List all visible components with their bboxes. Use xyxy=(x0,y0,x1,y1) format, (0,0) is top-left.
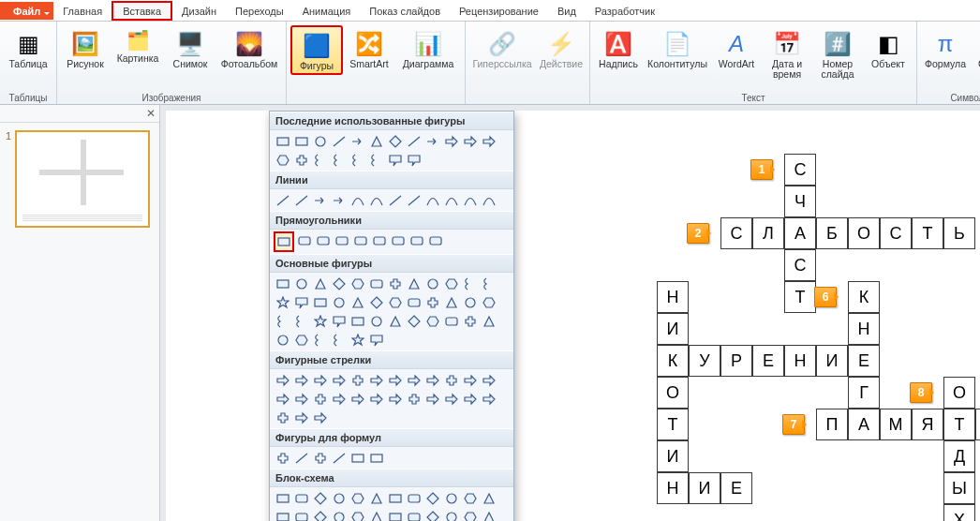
shape-option[interactable] xyxy=(330,151,348,169)
shape-option[interactable] xyxy=(349,449,366,467)
shape-option[interactable] xyxy=(349,293,366,311)
shape-option[interactable] xyxy=(311,191,329,209)
shape-option[interactable] xyxy=(405,132,423,150)
shape-option[interactable] xyxy=(330,293,348,311)
shape-option[interactable] xyxy=(426,231,444,249)
shape-option[interactable] xyxy=(314,231,332,249)
shape-option[interactable] xyxy=(423,132,441,150)
shape-option[interactable] xyxy=(311,331,329,349)
shape-option[interactable] xyxy=(274,371,291,389)
symbol-button[interactable]: Ω Символ xyxy=(972,25,980,71)
tab-home[interactable]: Главная xyxy=(53,3,111,19)
tab-animation[interactable]: Анимация xyxy=(293,3,361,19)
shape-option[interactable] xyxy=(461,312,479,330)
shape-option[interactable] xyxy=(386,275,404,292)
shape-option[interactable] xyxy=(330,489,348,507)
shape-option[interactable] xyxy=(386,371,404,389)
shape-option[interactable] xyxy=(461,191,479,209)
shape-option[interactable] xyxy=(292,293,310,311)
shape-option[interactable] xyxy=(292,151,310,169)
shape-option[interactable] xyxy=(367,390,385,408)
shape-option[interactable] xyxy=(367,312,385,330)
shape-option[interactable] xyxy=(423,293,441,311)
shape-option[interactable] xyxy=(311,132,329,150)
shape-option[interactable] xyxy=(423,191,441,209)
shape-option[interactable] xyxy=(274,409,291,426)
shape-option[interactable] xyxy=(292,409,310,426)
shape-option[interactable] xyxy=(442,132,460,150)
shape-option[interactable] xyxy=(292,191,310,209)
tab-developer[interactable]: Разработчик xyxy=(586,3,664,19)
shape-option[interactable] xyxy=(274,331,291,349)
shape-option[interactable] xyxy=(442,191,460,209)
tab-design[interactable]: Дизайн xyxy=(172,3,226,19)
shape-option[interactable] xyxy=(349,151,366,169)
shape-option[interactable] xyxy=(442,275,460,292)
shape-option[interactable] xyxy=(405,293,423,311)
shape-option[interactable] xyxy=(480,293,497,311)
shape-option[interactable] xyxy=(311,371,329,389)
shape-option[interactable] xyxy=(389,231,407,249)
shape-option[interactable] xyxy=(292,390,310,408)
shape-option[interactable] xyxy=(295,231,313,249)
datetime-button[interactable]: 📅 Дата и время xyxy=(763,25,811,82)
shape-option[interactable] xyxy=(330,449,348,467)
headerfooter-button[interactable]: 📄 Колонтитулы xyxy=(645,25,710,71)
shape-option[interactable] xyxy=(274,508,291,521)
shape-option[interactable] xyxy=(405,390,423,408)
shape-option[interactable] xyxy=(274,489,291,507)
slidenum-button[interactable]: #️⃣ Номер слайда xyxy=(813,25,862,82)
shape-option[interactable] xyxy=(480,508,497,521)
photoalbum-button[interactable]: 🌄 Фотоальбом xyxy=(216,25,282,71)
shape-option[interactable] xyxy=(349,508,366,521)
shape-option[interactable] xyxy=(311,293,329,311)
shape-option[interactable] xyxy=(311,449,329,467)
table-button[interactable]: ▦ Таблица xyxy=(4,25,52,71)
shape-option[interactable] xyxy=(423,371,441,389)
shape-option[interactable] xyxy=(311,508,329,521)
tab-view[interactable]: Вид xyxy=(548,3,586,19)
chart-button[interactable]: 📊 Диаграмма xyxy=(395,25,461,71)
shape-option[interactable] xyxy=(349,331,366,349)
shape-option[interactable] xyxy=(442,371,460,389)
shape-option[interactable] xyxy=(386,132,404,150)
shape-option[interactable] xyxy=(274,449,291,467)
shape-option[interactable] xyxy=(274,132,291,150)
shape-option[interactable] xyxy=(442,508,460,521)
shape-option[interactable] xyxy=(405,508,423,521)
shape-option[interactable] xyxy=(330,390,348,408)
object-button[interactable]: ◧ Объект xyxy=(864,25,913,71)
shape-option[interactable] xyxy=(370,231,388,249)
shape-option[interactable] xyxy=(349,390,366,408)
shape-option[interactable] xyxy=(386,508,404,521)
shape-option[interactable] xyxy=(405,151,423,169)
screenshot-button[interactable]: 🖥️ Снимок xyxy=(166,25,215,71)
shape-option[interactable] xyxy=(330,275,348,292)
shape-option[interactable] xyxy=(461,390,479,408)
shape-option[interactable] xyxy=(292,449,310,467)
shape-option[interactable] xyxy=(349,489,366,507)
shape-option[interactable] xyxy=(386,293,404,311)
shape-option[interactable] xyxy=(311,151,329,169)
shape-option[interactable] xyxy=(292,331,310,349)
shape-option[interactable] xyxy=(349,371,366,389)
shape-option[interactable] xyxy=(292,312,310,330)
shape-option[interactable] xyxy=(311,489,329,507)
shape-option[interactable] xyxy=(311,312,329,330)
shape-option[interactable] xyxy=(274,275,291,292)
shapes-button[interactable]: 🟦 Фигуры xyxy=(290,25,343,75)
shape-option[interactable] xyxy=(461,293,479,311)
wordart-button[interactable]: A WordArt xyxy=(712,25,761,71)
shape-option[interactable] xyxy=(480,371,497,389)
shape-option[interactable] xyxy=(330,331,348,349)
shape-option[interactable] xyxy=(367,275,385,292)
shape-option[interactable] xyxy=(349,132,366,150)
shape-option[interactable] xyxy=(423,508,441,521)
tab-insert[interactable]: Вставка xyxy=(111,1,172,21)
shape-option[interactable] xyxy=(408,231,425,249)
shape-option[interactable] xyxy=(349,191,366,209)
shape-option[interactable] xyxy=(480,275,497,292)
shape-option[interactable] xyxy=(405,489,423,507)
shape-option[interactable] xyxy=(442,489,460,507)
shape-option[interactable] xyxy=(311,275,329,292)
